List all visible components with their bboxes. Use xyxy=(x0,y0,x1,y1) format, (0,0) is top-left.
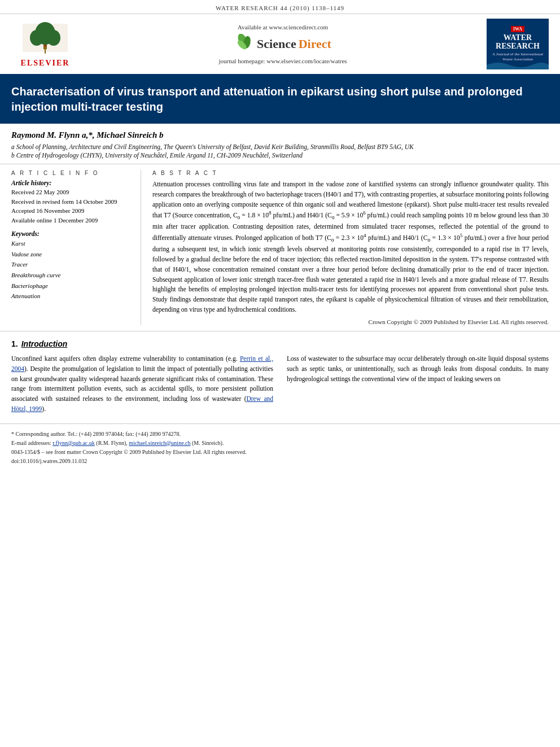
elsevier-wordmark: ELSEVIER xyxy=(21,59,70,68)
article-info-label: A R T I C L E I N F O xyxy=(11,170,132,176)
article-title: Characterisation of virus transport and … xyxy=(11,84,549,115)
available-text: Available at www.sciencedirect.com xyxy=(238,24,328,30)
abstract-col: A B S T R A C T Attenuation processes co… xyxy=(141,170,549,325)
wr-title: WATER RESEARCH xyxy=(489,33,546,51)
footer-email: E-mail addresses: r.flynn@qub.ac.uk (R.M… xyxy=(11,439,549,448)
received-revised-label: Received in revised form 14 October 2009 xyxy=(11,197,132,207)
page-footer: * Corresponding author. Tel.: (+44) 2890… xyxy=(0,423,560,468)
received-date: Received 22 May 2009 xyxy=(11,187,132,197)
authors-text: Raymond M. Flynn a,*, Michael Sinreich b xyxy=(11,130,164,139)
elsevier-logo: ELSEVIER xyxy=(11,21,79,68)
article-info-col: A R T I C L E I N F O Article history: R… xyxy=(11,170,141,325)
water-research-logo: IWA WATER RESEARCH A Journal of the Inte… xyxy=(487,19,549,69)
article-info-abstract: A R T I C L E I N F O Article history: R… xyxy=(0,164,560,331)
keyword-4: Breakthrough curve xyxy=(11,270,132,281)
affiliation-b: b Centre of Hydrogeology (CHYN), Univers… xyxy=(11,152,549,159)
article-title-area: Characterisation of virus transport and … xyxy=(0,75,560,124)
intro-col-right: Loss of wastewater to the subsurface may… xyxy=(287,354,549,414)
intro-col-left: Unconfined karst aquifers often display … xyxy=(11,354,273,414)
drew-ref: Drew and Hötzl, 1999 xyxy=(11,395,273,412)
journal-homepage: journal homepage: www.elsevier.com/locat… xyxy=(218,58,347,64)
email-link-2[interactable]: michael.sinreich@unine.ch xyxy=(129,440,190,446)
keyword-2: Vadose zone xyxy=(11,249,132,260)
history-block: Article history: Received 22 May 2009 Re… xyxy=(11,180,132,225)
logos-bar: ELSEVIER Available at www.sciencedirect.… xyxy=(0,14,560,75)
sciencedirect-leaves-icon xyxy=(234,34,255,54)
footer-corresponding: * Corresponding author. Tel.: (+44) 2890… xyxy=(11,430,549,439)
copyright-line: Crown Copyright © 2009 Published by Else… xyxy=(152,318,549,325)
journal-header: WATER RESEARCH 44 (2010) 1138–1149 xyxy=(0,0,560,14)
footer-doi: doi:10.1016/j.watres.2009.11.032 xyxy=(11,457,549,466)
wave-decoration xyxy=(487,59,549,69)
introduction-header: 1. Introduction xyxy=(0,331,560,354)
two-col-body: Unconfined karst aquifers often display … xyxy=(0,354,560,414)
iwa-badge: IWA xyxy=(511,26,524,32)
elsevier-tree-image xyxy=(17,21,73,58)
section-number: 1. xyxy=(11,339,18,348)
intro-text-left: Unconfined karst aquifers often display … xyxy=(11,354,273,414)
section-title: Introduction xyxy=(21,339,68,348)
svg-point-4 xyxy=(47,30,60,46)
science-text: Science xyxy=(257,37,296,51)
available-online-date: Available online 1 December 2009 xyxy=(11,216,132,225)
perrin-ref: Perrin et al., 2004 xyxy=(11,355,273,372)
journal-citation: WATER RESEARCH 44 (2010) 1138–1149 xyxy=(216,5,344,11)
svg-point-3 xyxy=(30,30,43,46)
keywords-block: Keywords: Karst Vadose zone Tracer Break… xyxy=(11,230,132,302)
abstract-label: A B S T R A C T xyxy=(152,170,549,176)
email-link-1[interactable]: r.flynn@qub.ac.uk xyxy=(53,440,94,446)
center-logos: Available at www.sciencedirect.com Scien… xyxy=(218,24,347,64)
footer-issn: 0043-1354/$ – see front matter Crown Cop… xyxy=(11,448,549,457)
intro-text-right: Loss of wastewater to the subsurface may… xyxy=(287,354,549,384)
keyword-5: Bacteriophage xyxy=(11,281,132,291)
keywords-list: Karst Vadose zone Tracer Breakthrough cu… xyxy=(11,238,132,302)
affiliation-a: a School of Planning, Architecture and C… xyxy=(11,143,549,150)
accepted-date: Accepted 16 November 2009 xyxy=(11,206,132,216)
sciencedirect-logo: ScienceDirect xyxy=(234,34,331,54)
keyword-1: Karst xyxy=(11,238,132,249)
authors-area: Raymond M. Flynn a,*, Michael Sinreich b… xyxy=(0,124,560,164)
authors-line: Raymond M. Flynn a,*, Michael Sinreich b xyxy=(11,130,549,140)
keywords-title: Keywords: xyxy=(11,230,132,237)
keyword-6: Attenuation xyxy=(11,291,132,302)
svg-point-5 xyxy=(43,46,47,50)
abstract-text: Attenuation processes controlling virus … xyxy=(152,180,549,315)
keyword-3: Tracer xyxy=(11,259,132,270)
history-title: Article history: xyxy=(11,180,132,186)
direct-text: Direct xyxy=(299,37,331,51)
